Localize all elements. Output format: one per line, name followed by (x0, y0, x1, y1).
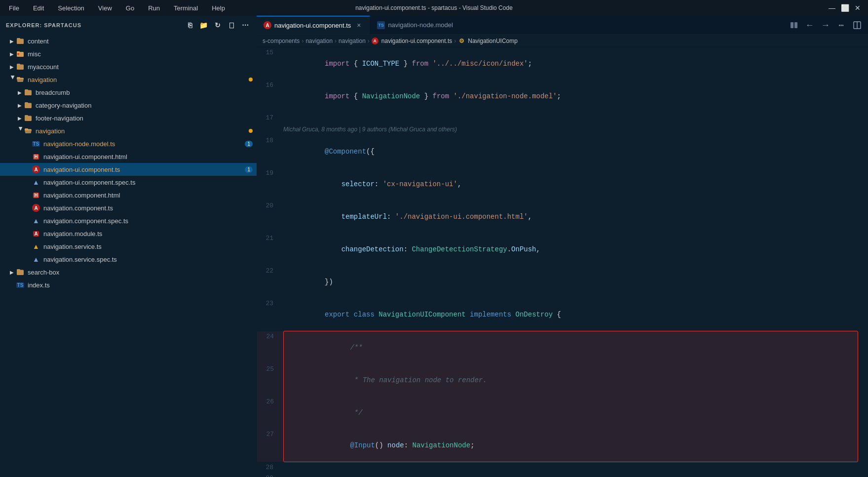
line-content-19: selector: 'cx-navigation-ui', (281, 168, 868, 200)
new-folder-icon[interactable]: 📁 (198, 20, 209, 31)
go-back-icon[interactable]: ← (803, 18, 817, 32)
sidebar-item-nav-ui-spec[interactable]: ▲ navigation-ui.component.spec.ts (0, 176, 257, 189)
no-arrow3 (24, 165, 32, 173)
menu-terminal[interactable]: Terminal (171, 3, 201, 13)
refresh-icon[interactable]: ↻ (212, 20, 223, 31)
menu-edit[interactable]: Edit (30, 3, 47, 13)
go-forward-icon[interactable]: → (819, 18, 832, 32)
sidebar-label-nav-ui-spec: navigation-ui.component.spec.ts (43, 179, 253, 186)
tab-toolbar: ← → ⋯ (783, 18, 868, 32)
collapse-arrow-navigation-top: ▶ (8, 76, 16, 83)
sidebar-label-nav-ui-ts: navigation-ui.component.ts (43, 166, 242, 173)
tab-icon-nav-ui-ts: A (264, 21, 271, 29)
sidebar-item-nav-service[interactable]: ▲ navigation.service.ts (0, 240, 257, 253)
breadcrumb-navigation-1[interactable]: navigation (305, 38, 333, 44)
no-arrow2 (24, 153, 32, 160)
ts-icon-nav-node: TS (32, 139, 40, 148)
folder-icon-category-nav (24, 101, 33, 110)
menu-help[interactable]: Help (209, 3, 228, 13)
sidebar-item-content[interactable]: ▶ content (0, 35, 257, 47)
menu-file[interactable]: File (6, 3, 22, 13)
tab-icon-nav-node: TS (377, 21, 385, 29)
sidebar-item-nav-component-ts[interactable]: A navigation.component.ts (0, 201, 257, 214)
line-content-26: */ (282, 397, 858, 429)
code-line-26: 26 */ (257, 397, 858, 429)
code-line-27: 27 @Input() node: NavigationNode; (257, 429, 858, 462)
code-editor[interactable]: 15 import { ICON_TYPE } from '../../misc… (257, 47, 868, 477)
sidebar-label-navigation-sub: navigation (36, 127, 246, 135)
sidebar-item-category-navigation[interactable]: ▶ category-navigation (0, 99, 257, 112)
line-number-19: 19 (257, 168, 281, 179)
code-line-17: 17 (257, 113, 868, 123)
maximize-button[interactable]: ⬜ (840, 3, 849, 12)
line-content-18: @Component({ (281, 135, 868, 168)
line-number-25: 25 (257, 364, 282, 375)
sidebar-item-myaccount[interactable]: ▶ myaccount (0, 60, 257, 73)
tab-nav-ui-ts[interactable]: A navigation-ui.component.ts × (257, 16, 370, 35)
sidebar-item-breadcrumb[interactable]: ▶ breadcrumb (0, 86, 257, 99)
line-number-29: 29 (257, 473, 281, 477)
folder-icon-content (16, 37, 25, 45)
line-number-21: 21 (257, 233, 281, 244)
sidebar-item-nav-ui-html[interactable]: H navigation-ui.component.html (0, 150, 257, 163)
menu-bar: File Edit Selection View Go Run Terminal… (6, 3, 228, 13)
sidebar-item-navigation-top[interactable]: ▶ navigation (0, 73, 257, 86)
line-content-16: import { NavigationNode } from './naviga… (281, 80, 868, 113)
line-number-23: 23 (257, 298, 281, 309)
angular-icon-nav-component-ts: A (32, 203, 40, 212)
sidebar-item-navigation-sub[interactable]: ▶ navigation (0, 124, 257, 137)
line-number-17: 17 (257, 113, 281, 123)
breadcrumb-navigation-2[interactable]: navigation (339, 38, 366, 44)
breadcrumb-sep-1: › (302, 38, 303, 44)
sidebar-item-index-ts[interactable]: TS index.ts (0, 278, 257, 291)
html-icon-nav-ui: H (32, 152, 40, 161)
more-actions-icon[interactable]: ⋯ (240, 20, 251, 31)
collapse-all-icon[interactable]: ⎕ (226, 20, 237, 31)
menu-view[interactable]: View (95, 3, 115, 13)
collapse-arrow-content: ▶ (8, 37, 16, 45)
sidebar-item-nav-component-spec[interactable]: ▲ navigation.component.spec.ts (0, 214, 257, 227)
angular-icon-nav-ui-ts: A (32, 165, 40, 174)
tab-close-nav-ui-ts[interactable]: × (355, 21, 363, 29)
menu-run[interactable]: Run (145, 3, 163, 13)
menu-selection[interactable]: Selection (55, 3, 87, 13)
tab-nav-node[interactable]: TS navigation-node.model (370, 16, 460, 35)
breadcrumb-filename[interactable]: navigation-ui.component.ts (381, 38, 452, 44)
breadcrumb: s-components › navigation › navigation ›… (257, 35, 868, 47)
sidebar-label-footer-nav: footer-navigation (36, 115, 253, 122)
sidebar-item-misc[interactable]: ▶ misc (0, 47, 257, 60)
sidebar-label-nav-node-model: navigation-node.model.ts (43, 140, 242, 148)
sidebar-item-footer-navigation[interactable]: ▶ footer-navigation (0, 112, 257, 124)
collapse-arrow-myaccount: ▶ (8, 63, 16, 71)
sidebar-item-search-box[interactable]: ▶ search-box (0, 266, 257, 278)
breadcrumb-file-icon: A (372, 38, 378, 44)
sidebar-item-nav-ui-ts[interactable]: A navigation-ui.component.ts 1 (0, 163, 257, 176)
modified-dot-navigation-sub (249, 129, 253, 133)
more-icon[interactable]: ⋯ (834, 18, 848, 32)
breadcrumb-s-components[interactable]: s-components (263, 38, 300, 44)
sidebar-item-nav-service-spec[interactable]: ▲ navigation.service.spec.ts (0, 253, 257, 266)
menu-go[interactable]: Go (123, 3, 137, 13)
code-line-23: 23 export class NavigationUIComponent im… (257, 298, 868, 331)
code-line-25: 25 * The navigation node to render. (257, 364, 858, 397)
sidebar-label-index-ts: index.ts (28, 281, 253, 289)
sidebar-label-content: content (28, 38, 253, 45)
line-content-23: export class NavigationUIComponent imple… (281, 298, 868, 331)
layout-icon[interactable] (850, 18, 864, 32)
sidebar-item-nav-module[interactable]: A navigation.module.ts (0, 227, 257, 240)
no-arrow9 (24, 242, 32, 250)
folder-icon-navigation-top (16, 75, 25, 84)
no-arrow5 (24, 191, 32, 199)
window-controls: — ⬜ ✕ (828, 3, 862, 12)
sidebar-item-nav-component-html[interactable]: H navigation.component.html (0, 189, 257, 201)
git-annotation: Michał Gruca, 8 months ago | 9 authors (… (257, 123, 868, 135)
breadcrumb-class-name[interactable]: NavigationUIComp (468, 38, 518, 44)
new-file-icon[interactable]: ⎘ (185, 20, 195, 31)
sidebar-item-nav-node-model[interactable]: TS navigation-node.model.ts 1 (0, 137, 257, 150)
sidebar-label-nav-service: navigation.service.ts (43, 243, 253, 250)
split-editor-icon[interactable] (787, 18, 801, 32)
line-number-16: 16 (257, 80, 281, 91)
minimize-button[interactable]: — (828, 3, 836, 12)
svg-rect-1 (17, 51, 20, 53)
close-button[interactable]: ✕ (853, 3, 862, 12)
